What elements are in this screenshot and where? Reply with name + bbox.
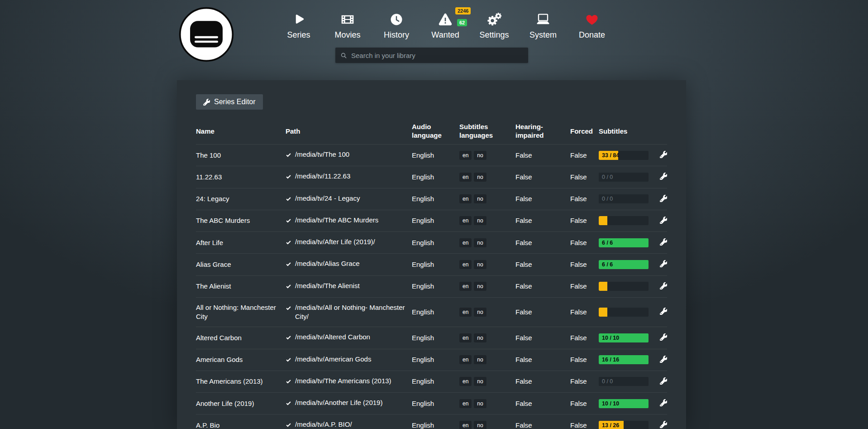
edit-series-button[interactable]	[659, 259, 668, 268]
film-icon	[340, 11, 355, 28]
nav-series[interactable]: Series	[274, 11, 323, 40]
edit-series-button[interactable]	[659, 216, 668, 225]
language-badge: en	[459, 377, 472, 386]
wanted-count-badge-warning: 2246	[455, 7, 471, 14]
check-icon	[286, 304, 291, 313]
language-badge: no	[474, 151, 486, 160]
edit-series-button[interactable]	[659, 398, 668, 407]
nav-wanted[interactable]: 2246 62 Wanted	[421, 11, 470, 40]
language-badge: en	[459, 151, 472, 160]
subtitles-languages: enno	[459, 333, 515, 342]
series-path: /media/tv/Alias Grace	[295, 259, 360, 268]
series-name[interactable]: American Gods	[196, 355, 286, 364]
table-row: 11.22.63 /media/tv/11.22.63 English enno…	[196, 166, 667, 188]
series-path: /media/tv/The ABC Murders	[295, 216, 378, 225]
wanted-count-badge-success: 62	[457, 19, 467, 26]
edit-series-button[interactable]	[659, 355, 668, 364]
search-bar[interactable]	[335, 48, 528, 63]
subtitles-progress-label: 10 / 10	[602, 400, 619, 407]
subtitles-languages: enno	[459, 216, 515, 225]
play-icon	[292, 11, 305, 28]
forced-value: False	[570, 308, 599, 317]
edit-series-button[interactable]	[659, 376, 668, 386]
audio-language: English	[412, 308, 459, 317]
series-name[interactable]: All or Nothing: Manchester City	[196, 303, 286, 322]
series-path: /media/tv/American Gods	[295, 355, 371, 364]
bazarr-logo[interactable]	[178, 6, 234, 63]
series-name[interactable]: 11.22.63	[196, 173, 286, 182]
series-name[interactable]: 24: Legacy	[196, 194, 286, 203]
header-forced: Forced	[570, 127, 599, 136]
search-input[interactable]	[351, 52, 524, 59]
edit-series-button[interactable]	[659, 333, 668, 342]
series-name[interactable]: The ABC Murders	[196, 216, 286, 225]
subtitles-progress: 0 / 0	[599, 173, 649, 182]
subtitles-progress-label: 0 / 0	[602, 378, 613, 386]
language-badge: no	[474, 308, 486, 317]
edit-series-button[interactable]	[659, 307, 668, 316]
table-row: The Alienist /media/tv/The Alienist Engl…	[196, 275, 667, 297]
edit-series-button[interactable]	[659, 281, 668, 290]
subtitles-progress-fill	[599, 216, 607, 225]
gears-icon	[486, 11, 502, 28]
language-badge: en	[459, 260, 472, 269]
header-name: Name	[196, 127, 286, 136]
edit-series-button[interactable]	[659, 172, 668, 181]
check-icon	[286, 421, 291, 429]
series-path: /media/tv/The 100	[295, 150, 349, 159]
audio-language: English	[412, 194, 459, 203]
table-row: American Gods /media/tv/American Gods En…	[196, 349, 667, 371]
series-name[interactable]: The 100	[196, 151, 286, 160]
forced-value: False	[570, 355, 599, 364]
subtitles-progress: 6 / 6	[599, 260, 649, 269]
series-path: /media/tv/The Alienist	[295, 281, 360, 290]
hearing-impaired-value: False	[515, 282, 570, 291]
subtitles-languages: enno	[459, 260, 515, 269]
edit-series-button[interactable]	[659, 194, 668, 203]
series-name[interactable]: Alias Grace	[196, 260, 286, 269]
edit-series-button[interactable]	[659, 150, 668, 159]
audio-language: English	[412, 355, 459, 364]
series-name[interactable]: The Alienist	[196, 282, 286, 291]
series-name[interactable]: Altered Carbon	[196, 333, 286, 342]
nav-settings[interactable]: Settings	[470, 11, 519, 40]
table-row: The ABC Murders /media/tv/The ABC Murder…	[196, 210, 667, 231]
forced-value: False	[570, 173, 599, 182]
subtitles-progress-fill	[599, 282, 607, 291]
series-name[interactable]: After Life	[196, 238, 286, 247]
nav-movies[interactable]: Movies	[323, 11, 372, 40]
hearing-impaired-value: False	[515, 216, 570, 225]
forced-value: False	[570, 399, 599, 408]
subtitles-progress	[599, 308, 649, 317]
edit-series-button[interactable]	[659, 420, 668, 429]
nav-system[interactable]: System	[519, 11, 568, 40]
subtitles-progress-fill	[599, 308, 607, 317]
audio-language: English	[412, 282, 459, 291]
language-badge: no	[474, 260, 486, 269]
header-audio-language: Audio language	[412, 123, 459, 140]
audio-language: English	[412, 421, 459, 429]
check-icon	[286, 260, 291, 270]
subtitles-progress	[599, 282, 649, 291]
language-badge: no	[474, 421, 486, 429]
series-path: /media/tv/The Americans (2013)	[295, 376, 391, 386]
table-row: Another Life (2019) /media/tv/Another Li…	[196, 392, 667, 414]
table-row: The Americans (2013) /media/tv/The Ameri…	[196, 371, 667, 392]
nav-movies-label: Movies	[334, 30, 360, 40]
series-name[interactable]: The Americans (2013)	[196, 377, 286, 386]
edit-series-button[interactable]	[659, 237, 668, 246]
nav-history[interactable]: History	[372, 11, 421, 40]
audio-language: English	[412, 260, 459, 269]
series-editor-button[interactable]: Series Editor	[196, 94, 263, 110]
audio-language: English	[412, 377, 459, 386]
hearing-impaired-value: False	[515, 399, 570, 408]
nav-donate[interactable]: Donate	[568, 11, 616, 40]
check-icon	[286, 400, 291, 409]
check-icon	[286, 356, 291, 365]
subtitles-progress	[599, 216, 649, 225]
subtitles-languages: enno	[459, 173, 515, 182]
series-path: /media/tv/Another Life (2019)	[295, 398, 382, 407]
series-name[interactable]: A.P. Bio	[196, 421, 286, 429]
series-name[interactable]: Another Life (2019)	[196, 399, 286, 408]
series-path: /media/tv/After Life (2019)/	[295, 237, 375, 246]
